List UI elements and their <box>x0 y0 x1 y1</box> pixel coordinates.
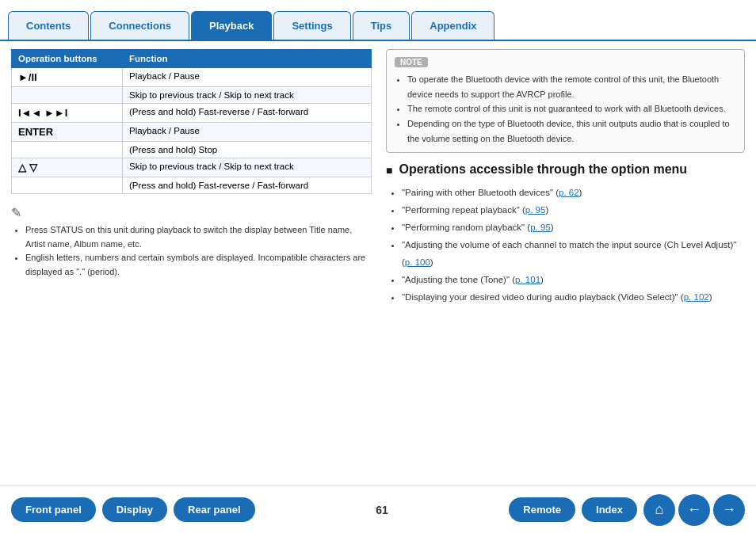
func-skip2: Skip to previous track / Skip to next tr… <box>123 158 372 177</box>
link-p100[interactable]: p. 100 <box>405 257 430 267</box>
btn-ff-rw: I◄◄ ►►I <box>12 104 123 123</box>
note-item: Press STATUS on this unit during playbac… <box>25 223 372 251</box>
func-enter1: Playback / Pause <box>123 123 372 142</box>
func-skip1: Skip to previous track / Skip to next tr… <box>123 87 372 104</box>
front-panel-button[interactable]: Front panel <box>11 497 96 522</box>
btn-updown: △ ▽ <box>12 158 123 177</box>
list-item: "Performing repeat playback" (p. 95) <box>402 202 745 219</box>
func-ff-rw: (Press and hold) Fast-reverse / Fast-for… <box>123 104 372 123</box>
index-button[interactable]: Index <box>582 497 637 522</box>
operation-table: Operation buttons Function ►/II Playback… <box>11 49 372 194</box>
notes-list: Press STATUS on this unit during playbac… <box>11 223 372 279</box>
link-p101[interactable]: p. 101 <box>515 275 540 284</box>
note-item: Depending on the type of Bluetooth devic… <box>407 116 736 146</box>
list-item: "Adjusting the volume of each channel to… <box>402 237 745 272</box>
bottom-left-nav: Front panel Display Rear panel <box>11 497 255 522</box>
table-row: ENTER Playback / Pause <box>12 123 372 142</box>
pencil-icon: ✎ <box>11 205 372 220</box>
col-header-function: Function <box>123 50 372 68</box>
table-row: (Press and hold) Stop <box>12 142 372 158</box>
btn-play-pause: ►/II <box>12 68 123 87</box>
note-item: The remote control of this unit is not g… <box>407 101 736 116</box>
tab-settings[interactable]: Settings <box>273 11 350 40</box>
note-box: NOTE To operate the Bluetooth device wit… <box>386 49 745 153</box>
btn-skip-empty <box>12 87 123 104</box>
btn-enter: ENTER <box>12 123 123 142</box>
link-p62[interactable]: p. 62 <box>559 188 579 197</box>
page-number: 61 <box>376 504 388 516</box>
notes-section: ✎ Press STATUS on this unit during playb… <box>11 205 372 279</box>
remote-button[interactable]: Remote <box>509 497 575 522</box>
tab-connections[interactable]: Connections <box>90 11 189 40</box>
bottom-right-nav: Remote Index ⌂ ← → <box>509 494 745 526</box>
note-items: To operate the Bluetooth device with the… <box>395 72 736 146</box>
table-row: Skip to previous track / Skip to next tr… <box>12 87 372 104</box>
section-title: Operations accessible through the option… <box>386 162 745 177</box>
func-play-pause: Playback / Pause <box>123 68 372 87</box>
table-row: (Press and hold) Fast-reverse / Fast-for… <box>12 177 372 194</box>
col-header-buttons: Operation buttons <box>12 50 123 68</box>
link-p102[interactable]: p. 102 <box>684 292 709 302</box>
forward-button[interactable]: → <box>713 494 745 526</box>
bottom-bar: Front panel Display Rear panel 61 Remote… <box>0 485 756 533</box>
func-updown-ff: (Press and hold) Fast-reverse / Fast-for… <box>123 177 372 194</box>
note-item: English letters, numbers and certain sym… <box>25 251 372 279</box>
icon-group: ⌂ ← → <box>643 494 745 526</box>
list-item: "Pairing with other Bluetooth devices" (… <box>402 185 745 202</box>
table-row: △ ▽ Skip to previous track / Skip to nex… <box>12 158 372 177</box>
left-panel: Operation buttons Function ►/II Playback… <box>11 49 372 478</box>
btn-updown-empty <box>12 177 123 194</box>
home-button[interactable]: ⌂ <box>643 494 675 526</box>
note-label: NOTE <box>395 57 428 67</box>
main-content: Operation buttons Function ►/II Playback… <box>0 41 756 485</box>
list-item: "Performing random playback" (p. 95) <box>402 219 745 237</box>
func-enter-stop: (Press and hold) Stop <box>123 142 372 158</box>
rear-panel-button[interactable]: Rear panel <box>174 497 254 522</box>
link-p95b[interactable]: p. 95 <box>530 223 551 232</box>
note-item: To operate the Bluetooth device with the… <box>407 72 736 101</box>
tab-bar: Contents Connections Playback Settings T… <box>0 0 756 41</box>
tab-playback[interactable]: Playback <box>191 11 272 40</box>
tab-tips[interactable]: Tips <box>353 11 410 40</box>
table-row: ►/II Playback / Pause <box>12 68 372 87</box>
table-row: I◄◄ ►►I (Press and hold) Fast-reverse / … <box>12 104 372 123</box>
tab-appendix[interactable]: Appendix <box>411 11 494 40</box>
display-button[interactable]: Display <box>102 497 167 522</box>
right-panel: NOTE To operate the Bluetooth device wit… <box>386 49 745 478</box>
back-button[interactable]: ← <box>678 494 710 526</box>
list-item: "Displaying your desired video during au… <box>402 289 745 306</box>
link-p95a[interactable]: p. 95 <box>525 205 546 215</box>
btn-enter-empty <box>12 142 123 158</box>
list-item: "Adjusting the tone (Tone)" (p. 101) <box>402 272 745 289</box>
options-list: "Pairing with other Bluetooth devices" (… <box>386 185 745 306</box>
tab-contents[interactable]: Contents <box>8 11 89 40</box>
